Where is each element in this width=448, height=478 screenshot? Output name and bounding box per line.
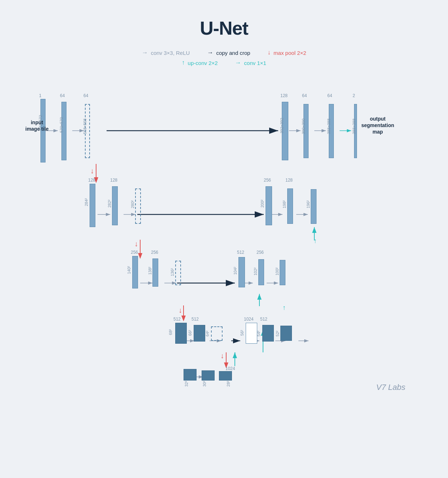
lbl-maxpool-r1: ↓ — [134, 240, 138, 248]
block-512-r3-out — [262, 325, 274, 342]
block-256a — [132, 256, 138, 288]
block-1024-r3 — [246, 323, 257, 344]
lbl-388b: 388×388 — [352, 118, 356, 134]
lbl-104: 104² — [233, 267, 237, 275]
lbl-256-r2: 256 — [257, 250, 264, 255]
lbl-128-r: 128 — [280, 93, 288, 98]
conv-relu-label: conv 3×3, ReLU — [151, 50, 190, 56]
lbl-maxpool-r3: ↓ — [220, 352, 224, 360]
block-upconv-r2 — [280, 260, 285, 285]
legend: → conv 3×3, ReLU → copy and crop ↓ max p… — [0, 49, 448, 66]
lbl-256l-b: 256 — [151, 250, 158, 255]
block-136-dashed — [175, 261, 181, 285]
lbl-upconv-r3: ↑ — [233, 350, 237, 358]
lbl-68: 68² — [168, 329, 173, 335]
lbl-64-r1: 64 — [302, 93, 307, 98]
diagram-area: 1 64 64 572×572 570×570 568×568 128 64 6… — [25, 77, 423, 402]
lbl-30: 30² — [202, 381, 207, 387]
legend-conv1x1: → conv 1×1 — [235, 59, 266, 66]
lbl-2-r: 2 — [353, 93, 355, 98]
upconv-arrow-icon: ↑ — [182, 59, 185, 66]
block-512b-r3 — [194, 325, 205, 342]
lbl-568: 568×568 — [83, 118, 87, 134]
lbl-maxpool-r2: ↓ — [178, 306, 182, 314]
lbl-198: 198² — [282, 200, 287, 208]
block-upconv-r1 — [311, 189, 316, 224]
lbl-64-r2: 64 — [327, 93, 332, 98]
block-1024b-r4 — [202, 370, 215, 381]
lbl-138: 138² — [148, 267, 152, 275]
conv1x1-label: conv 1×1 — [244, 60, 266, 66]
lbl-388a: 388×388 — [327, 118, 331, 134]
maxpool-arrow-icon: ↓ — [268, 49, 271, 56]
lbl-upconv-r1: ↑ — [314, 237, 317, 245]
lbl-64b: 64 — [83, 93, 88, 98]
page-title: U-Net — [0, 0, 448, 39]
lbl-28: 28² — [226, 381, 231, 387]
block-128a — [90, 184, 95, 227]
lbl-52: 52² — [275, 331, 280, 336]
block-128b — [112, 186, 118, 225]
lbl-392: 392×392 — [280, 118, 284, 133]
lbl-512-r3: 512 — [260, 317, 267, 322]
lbl-102: 102² — [253, 268, 258, 275]
block-1024a-r4 — [184, 369, 197, 381]
copy-crop-label: copy and crop — [216, 50, 250, 56]
conv1x1-arrow-icon: → — [235, 59, 241, 66]
block-1024c-r4 — [219, 371, 232, 381]
block-512-r3-out2 — [280, 326, 292, 341]
upconv-label: up-conv 2×2 — [188, 60, 218, 66]
lbl-512l-a: 512 — [173, 317, 181, 322]
lbl-256l-a: 256 — [131, 250, 138, 255]
lbl-140: 140² — [127, 266, 131, 274]
lbl-1024-bottom: 1024 — [225, 366, 235, 371]
lbl-256-r1: 256 — [264, 178, 271, 183]
lbl-390: 390×390 — [301, 118, 306, 134]
block-512-r2 — [238, 257, 245, 287]
lbl-512l-b: 512 — [191, 317, 199, 322]
conv-relu-arrow-icon: → — [142, 49, 148, 56]
lbl-1: 1 — [39, 93, 42, 98]
block-256-r2 — [258, 259, 264, 285]
block-128-r1 — [287, 188, 293, 224]
lbl-1024-r3: 1024 — [244, 317, 254, 322]
lbl-200: 200² — [260, 200, 264, 208]
block-280-dashed — [135, 188, 141, 224]
lbl-570: 570×570 — [59, 117, 64, 132]
legend-conv-relu: → conv 3×3, ReLU — [142, 49, 190, 56]
output-segmentation-label: outputsegmentationmap — [361, 116, 394, 135]
copy-crop-arrow-icon: → — [207, 49, 213, 56]
block-512-dashed — [211, 326, 223, 341]
lbl-512-r2: 512 — [237, 250, 244, 255]
maxpool-label: max pool 2×2 — [273, 50, 306, 56]
lbl-upconv-r2: ↑ — [283, 304, 286, 312]
lbl-56: 56² — [240, 330, 244, 336]
lbl-128l-b: 128 — [110, 178, 117, 183]
lbl-32: 32² — [184, 381, 189, 387]
block-256-r1 — [266, 186, 272, 225]
input-image-tile-label: inputimage tile — [25, 119, 49, 132]
lbl-maxpool-r0: ↓ — [90, 167, 94, 175]
lbl-280: 280² — [130, 200, 135, 208]
lbl-66: 66² — [188, 330, 192, 336]
lbl-64a: 64 — [60, 93, 65, 98]
lbl-128l-a: 128 — [88, 178, 95, 183]
block-256b — [152, 258, 158, 287]
legend-copy-crop: → copy and crop — [207, 49, 250, 56]
block-512a-r3 — [175, 323, 187, 344]
lbl-282: 282² — [107, 200, 112, 208]
lbl-284: 284² — [84, 198, 89, 206]
legend-maxpool: ↓ max pool 2×2 — [268, 49, 306, 56]
lbl-128-r1: 128 — [285, 178, 293, 183]
lbl-100: 100² — [275, 268, 279, 275]
lbl-136: 136² — [170, 268, 175, 276]
lbl-196: 196² — [306, 200, 310, 208]
legend-upconv: ↑ up-conv 2×2 — [182, 59, 217, 66]
lbl-64: 64² — [205, 331, 210, 336]
v7-labs-logo: V7 Labs — [376, 383, 405, 392]
lbl-54: 54² — [257, 331, 261, 336]
